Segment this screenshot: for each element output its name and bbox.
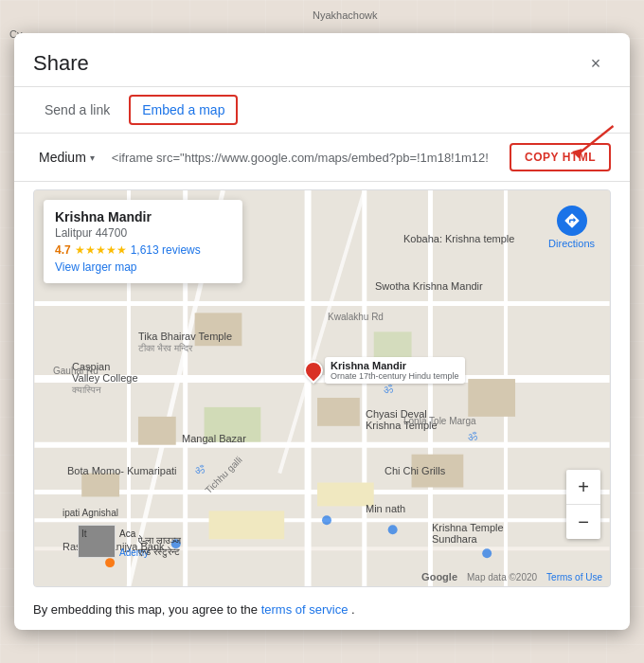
reviews-count: 1,613 reviews (131, 243, 201, 257)
terms-of-use-link[interactable]: Terms of Use (546, 572, 602, 582)
svg-text:ॐ: ॐ (468, 430, 477, 443)
infobox-rating: 4.7 ★★★★★ 1,613 reviews (55, 243, 231, 257)
map-footer: Google Map data ©2020 Terms of Use (421, 571, 602, 582)
modal-header: Share × (14, 33, 630, 87)
map-label-aela: ऐ-ला लाउञ्जएन्ड रेस्टुरेन्ट (138, 535, 181, 558)
map-label-gauhal: Gauhal Rd (53, 366, 98, 376)
svg-text:ॐ: ॐ (384, 383, 393, 396)
zoom-controls: + − (566, 470, 600, 539)
map-data-label: Map data ©2020 (467, 572, 537, 582)
map-label-minnath: Min nath (366, 503, 405, 514)
directions-icon (557, 206, 587, 236)
footer-end: . (351, 602, 355, 617)
map-label-krishna-sundhara: Krishna TempleSundhara (432, 522, 504, 545)
svg-rect-23 (81, 474, 119, 497)
map-label-kobaha: Kobaha: Krishna temple (403, 233, 514, 244)
infobox-subtitle: Lalitpur 44700 (55, 226, 231, 240)
map-label-agnishal: ipati Agnishal (63, 508, 118, 518)
directions-label: Directions (548, 238, 595, 249)
map-label-it: It (81, 529, 87, 539)
zoom-in-button[interactable]: + (566, 470, 600, 504)
map-infobox: Krishna Mandir Lalitpur 44700 4.7 ★★★★★ … (44, 200, 242, 283)
svg-rect-25 (209, 511, 285, 539)
map-container: ॐ ॐ ॐ Kobaha: Krishna temple Swotha Kris… (33, 189, 611, 587)
svg-rect-21 (317, 398, 360, 426)
map-label-tika: Tika Bhairav Templeटीका भैरव मन्दिर (138, 331, 232, 354)
svg-point-30 (105, 558, 115, 567)
modal-footer: By embedding this map, you agree to the … (14, 595, 630, 630)
svg-rect-19 (138, 417, 176, 445)
arrow-container: COPY HTML (510, 143, 611, 171)
zoom-out-button[interactable]: − (566, 505, 600, 539)
map-label-bota: Bota Momo- Kumaripati (67, 465, 177, 476)
toolbar-row: Medium ▾ <iframe src="https://www.google… (14, 134, 630, 182)
tabs-row: Send a link Embed a map (14, 87, 630, 134)
close-button[interactable]: × (581, 48, 611, 79)
svg-point-33 (482, 548, 492, 558)
pin-dot (300, 357, 327, 384)
star-icons: ★★★★★ (75, 243, 127, 257)
map-location-pin: Krishna Mandir Ornate 17th-century Hindu… (304, 361, 323, 380)
terms-of-service-link[interactable]: terms of service (261, 602, 349, 617)
size-label: Medium (39, 150, 86, 165)
svg-point-31 (322, 515, 331, 525)
svg-rect-4 (374, 332, 412, 360)
infobox-title: Krishna Mandir (55, 209, 231, 224)
rating-number: 4.7 (55, 243, 71, 257)
directions-button[interactable]: Directions (548, 206, 595, 249)
modal-overlay: Share × Send a link Embed a map Medium ▾… (14, 33, 630, 630)
svg-text:ॐ: ॐ (195, 463, 205, 476)
map-label-swotha: Swotha Krishna Mandir (375, 280, 483, 292)
bg-label-nyak: Nyakhachowk (313, 9, 377, 21)
modal-title: Share (33, 51, 89, 76)
map-label-kwalakhu: Kwalakhu Rd (328, 312, 384, 322)
pin-sublabel: Ornate 17th-century Hindu temple (331, 371, 459, 381)
chevron-down-icon: ▾ (90, 152, 95, 163)
tab-send-link[interactable]: Send a link (33, 97, 121, 123)
map-label-lonla: Lonla Tole Marga (403, 416, 476, 426)
pin-label: Krishna Mandir Ornate 17th-century Hindu… (325, 357, 465, 384)
size-selector[interactable]: Medium ▾ (33, 146, 100, 169)
tab-embed-map[interactable]: Embed a map (129, 95, 238, 125)
view-larger-link[interactable]: View larger map (55, 260, 231, 274)
google-logo-text: Google (421, 571, 457, 582)
svg-point-32 (388, 525, 398, 534)
map-label-aca: Aca (119, 529, 135, 539)
copy-html-button[interactable]: COPY HTML (510, 143, 611, 171)
footer-text: By embedding this map, you agree to the (33, 602, 261, 617)
map-label-mangal: Mangal Bazar (182, 433, 246, 444)
map-label-chichi: Chi Chi Grills (385, 465, 445, 476)
share-modal: Share × Send a link Embed a map Medium ▾… (14, 33, 630, 630)
svg-rect-24 (468, 379, 515, 417)
embed-code-preview: <iframe src="https://www.google.com/maps… (112, 151, 498, 165)
